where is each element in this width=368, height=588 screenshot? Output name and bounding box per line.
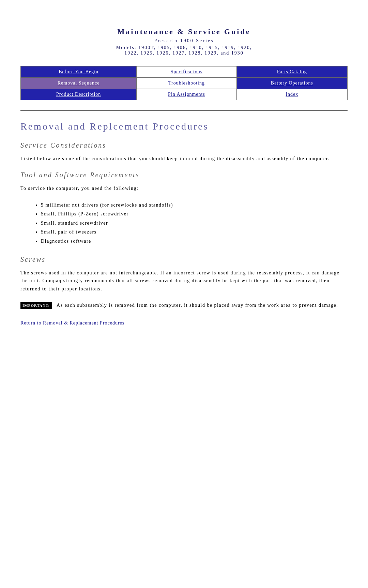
list-item: Diagnostics software xyxy=(41,237,348,246)
nav-cell-before-you-begin[interactable]: Before You Begin xyxy=(21,66,137,78)
nav-cell-parts-catalog[interactable]: Parts Catalog xyxy=(236,66,347,78)
page-header: Maintenance & Service Guide Presario 190… xyxy=(20,27,348,56)
important-label: IMPORTANT: xyxy=(20,302,52,309)
screws-body: The screws used in the computer are not … xyxy=(20,269,348,293)
important-text: As each subassembly is removed from the … xyxy=(57,301,338,310)
nav-cell-removal-sequence[interactable]: Removal Sequence xyxy=(21,78,137,89)
nav-link-removal-sequence[interactable]: Removal Sequence xyxy=(58,80,100,86)
nav-cell-battery-operations[interactable]: Battery Operations xyxy=(236,78,347,89)
service-considerations-title: Service Considerations xyxy=(20,141,348,149)
return-link[interactable]: Return to Removal & Replacement Procedur… xyxy=(20,320,124,326)
nav-link-before-you-begin[interactable]: Before You Begin xyxy=(59,69,98,74)
list-item: Small, Phillips (P-Zero) screwdriver xyxy=(41,210,348,219)
nav-link-index[interactable]: Index xyxy=(286,92,298,97)
nav-cell-specifications[interactable]: Specifications xyxy=(137,66,236,78)
tool-requirements-list: 5 millimeter nut drivers (for screwlocks… xyxy=(20,201,348,246)
nav-link-troubleshooting[interactable]: Troubleshooting xyxy=(168,80,205,86)
tool-requirements-title: Tool and Software Requirements xyxy=(20,171,348,179)
list-item: Small, pair of tweezers xyxy=(41,228,348,237)
guide-models-line2: 1922, 1925, 1926, 1927, 1928, 1929, and … xyxy=(20,50,348,56)
nav-cell-pin-assignments[interactable]: Pin Assignments xyxy=(137,89,236,100)
nav-cell-troubleshooting[interactable]: Troubleshooting xyxy=(137,78,236,89)
service-considerations-body: Listed below are some of the considerati… xyxy=(20,155,348,163)
screws-title: Screws xyxy=(20,256,348,263)
main-section-title: Removal and Replcement Procedures xyxy=(20,121,348,132)
nav-cell-product-description[interactable]: Product Description xyxy=(21,89,137,100)
nav-cell-index[interactable]: Index xyxy=(236,89,347,100)
section-divider xyxy=(20,110,348,111)
navigation-table: Before You Begin Specifications Parts Ca… xyxy=(20,66,348,100)
nav-link-specifications[interactable]: Specifications xyxy=(171,69,202,74)
guide-title: Maintenance & Service Guide xyxy=(20,27,348,36)
nav-link-product-description[interactable]: Product Description xyxy=(56,92,101,97)
guide-models-line1: Models: 1900T, 1905, 1906, 1910, 1915, 1… xyxy=(20,45,348,50)
important-notice: IMPORTANT: As each subassembly is remove… xyxy=(20,301,348,310)
nav-link-battery-operations[interactable]: Battery Operations xyxy=(271,80,313,86)
list-item: 5 millimeter nut drivers (for screwlocks… xyxy=(41,201,348,210)
nav-link-parts-catalog[interactable]: Parts Catalog xyxy=(277,69,307,74)
nav-link-pin-assignments[interactable]: Pin Assignments xyxy=(168,92,205,97)
list-item: Small, standard screwdriver xyxy=(41,219,348,228)
guide-subtitle: Presario 1900 Series xyxy=(20,38,348,44)
tool-requirements-intro: To service the computer, you need the fo… xyxy=(20,184,348,193)
